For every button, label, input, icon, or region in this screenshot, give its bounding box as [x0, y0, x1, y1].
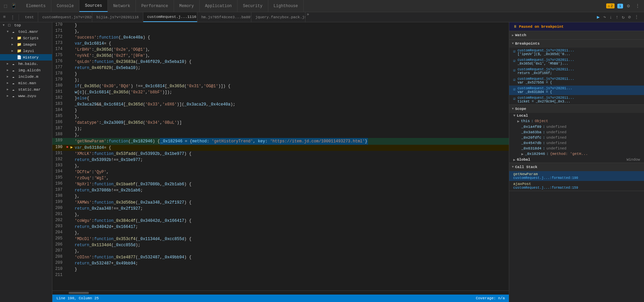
watch-section-header[interactable]: ▶ Watch [509, 31, 644, 39]
bp-dot-189[interactable] [65, 138, 69, 145]
bp-dot-202[interactable] [65, 218, 69, 224]
sidebar-item-layui[interactable]: ▶ 📁 layui [0, 48, 52, 54]
sidebar-item-images[interactable]: ▶ 📁 images [0, 41, 52, 48]
bp-dot-180[interactable] [65, 83, 69, 89]
bp-checkbox-3[interactable]: ☑ [513, 68, 516, 72]
step-btn[interactable]: ↻ [621, 13, 625, 21]
tab-memory[interactable]: Memory [174, 0, 200, 12]
more-debug-icon[interactable]: ⋮ [633, 13, 640, 21]
scope-this-chevron[interactable]: ▶ [517, 119, 520, 123]
tab-console[interactable]: Console [51, 0, 79, 12]
breakpoints-section-header[interactable]: ▼ Breakpoints [509, 40, 644, 48]
tab-sources[interactable]: Sources [79, 0, 107, 12]
sidebar-item-imgalicdn[interactable]: ▶ ☁ img.alicdn [0, 67, 52, 73]
sidebar-item-wwwzuyu[interactable]: ▶ ☁ www.zuyu [0, 93, 52, 99]
step-out-btn[interactable]: ↑ [615, 14, 619, 21]
bp-dot-205[interactable] [65, 236, 69, 242]
more-icon[interactable]: ⋮ [634, 2, 641, 10]
bp-dot-196[interactable] [65, 181, 69, 187]
bp-dot-176[interactable] [65, 59, 69, 65]
bp-dot-187[interactable] [65, 126, 69, 132]
bp-dot-204[interactable] [65, 230, 69, 236]
bp-dot-207[interactable] [65, 248, 69, 254]
bp-checkbox-1[interactable]: ☑ [513, 49, 516, 53]
bp-dot-197[interactable] [65, 187, 69, 193]
source-tab-fancybox[interactable]: jquery.fancybox.pack.js [251, 12, 305, 22]
bp-dot-200[interactable] [65, 206, 69, 212]
source-tab-customrequest1[interactable]: customRequest.js?v=20201116 [38, 12, 92, 22]
callstack-section-header[interactable]: ▼ Call Stack [509, 163, 644, 171]
bp-dot-191[interactable] [65, 151, 69, 157]
tab-security[interactable]: Security [238, 0, 268, 12]
sidebar-item-toolmanr[interactable]: ▼ ☁ tool.manr [0, 28, 52, 35]
tab-lighthouse[interactable]: Lighthouse [268, 0, 304, 12]
scope-local-chevron[interactable]: ▼ [513, 114, 516, 118]
bp-checkbox-5[interactable]: ☑ [513, 87, 516, 91]
settings-icon[interactable]: ⚙ [626, 2, 631, 10]
bp-dot-185[interactable] [65, 114, 69, 120]
callstack-item-ajaxpost[interactable]: ajaxPost customRequest.j...:formatted:15… [509, 181, 644, 191]
bp-dot-211[interactable] [65, 273, 69, 277]
bp-dot-198[interactable] [65, 193, 69, 200]
sidebar-item-top[interactable]: ▼ □ top [0, 22, 52, 28]
bp-dot-174[interactable] [65, 47, 69, 53]
bp-dot-195[interactable] [65, 175, 69, 181]
tab-elements[interactable]: Elements [21, 0, 51, 12]
tab-application[interactable]: Application [200, 0, 238, 12]
bp-dot-190[interactable]: ● [65, 145, 69, 151]
source-tab-customformatted[interactable]: customRequest.j...1116:formatted ✕ [143, 12, 197, 22]
bp-dot-194[interactable] [65, 169, 69, 175]
horizontal-scrollbar[interactable] [52, 291, 509, 295]
sidebar-item-includem[interactable]: ▶ ☁ include.m [0, 73, 52, 80]
inspect-icon[interactable]: ⬚ [3, 2, 8, 10]
bp-dot-209[interactable] [65, 260, 69, 266]
source-tab-test[interactable]: test [21, 12, 38, 22]
scope-0x182946-chevron[interactable]: ▶ [521, 152, 524, 156]
bp-dot-172[interactable] [65, 34, 69, 41]
bp-dot-199[interactable] [65, 200, 69, 206]
tab-network[interactable]: Network [108, 0, 136, 12]
tab-performance[interactable]: Performance [136, 0, 174, 12]
resume-btn[interactable]: ▶ [596, 13, 600, 21]
bp-dot-179[interactable] [65, 77, 69, 83]
more-tabs-icon[interactable]: » [305, 12, 311, 22]
sidebar-item-history[interactable]: ▶ 📄 History [0, 54, 52, 61]
scope-section-header[interactable]: ▼ Scope [509, 105, 644, 113]
source-tab-hm[interactable]: hm.js?85f48cee3...ba80781b243db3 [197, 12, 251, 22]
bp-dot-181[interactable] [65, 89, 69, 95]
bp-dot-183[interactable] [65, 101, 69, 108]
bp-dot-192[interactable] [65, 157, 69, 163]
bp-dot-184[interactable] [65, 108, 69, 114]
bp-dot-177[interactable] [65, 65, 69, 71]
bp-dot-178[interactable] [65, 71, 69, 77]
source-tab-bijia[interactable]: bijia.js?v=20201116 [92, 12, 143, 22]
sidebar-item-scripts[interactable]: ▶ 📁 Scripts [0, 35, 52, 41]
bp-dot-173[interactable] [65, 41, 69, 47]
bp-dot-208[interactable] [65, 254, 69, 260]
bp-dot-188[interactable] [65, 132, 69, 138]
step-over-btn[interactable]: ↷ [602, 13, 607, 21]
sidebar-item-hmbaidu[interactable]: ▶ ☁ hm.baidu. [0, 61, 52, 67]
bp-dot-186[interactable] [65, 120, 69, 126]
bp-dot-182[interactable] [65, 95, 69, 101]
sidebar-item-staticmar[interactable]: ▶ ☁ static.mar [0, 86, 52, 93]
nav-back-icon[interactable]: ≡ [1, 14, 7, 21]
bp-dot-203[interactable] [65, 224, 69, 230]
step-into-btn[interactable]: ↓ [608, 14, 613, 21]
bp-dot-175[interactable] [65, 53, 69, 59]
bp-checkbox-2[interactable]: ☑ [513, 59, 516, 63]
callstack-item-getnewparam[interactable]: getNewParam customRequest.j...:formatted… [509, 171, 644, 181]
deactivate-breakpoints-btn[interactable]: ⊘ [627, 13, 632, 21]
bp-dot-170[interactable] [65, 22, 69, 28]
bp-checkbox-4[interactable]: ☑ [513, 77, 516, 82]
nav-more-icon[interactable]: ⋮ [9, 14, 17, 21]
bp-dot-193[interactable] [65, 163, 69, 169]
device-icon[interactable]: 📱 [9, 2, 18, 10]
bp-checkbox-6[interactable]: ☑ [513, 96, 516, 101]
bp-dot-201[interactable] [65, 212, 69, 218]
bp-dot-210[interactable] [65, 266, 69, 273]
sidebar-item-miscman[interactable]: ▶ ☁ misc.man [0, 80, 52, 86]
code-scroll[interactable]: 170 } 171 }, 172 [52, 22, 509, 291]
warning-badge[interactable]: ⚠ 2 [606, 3, 615, 8]
info-badge[interactable]: 1 [617, 4, 623, 8]
